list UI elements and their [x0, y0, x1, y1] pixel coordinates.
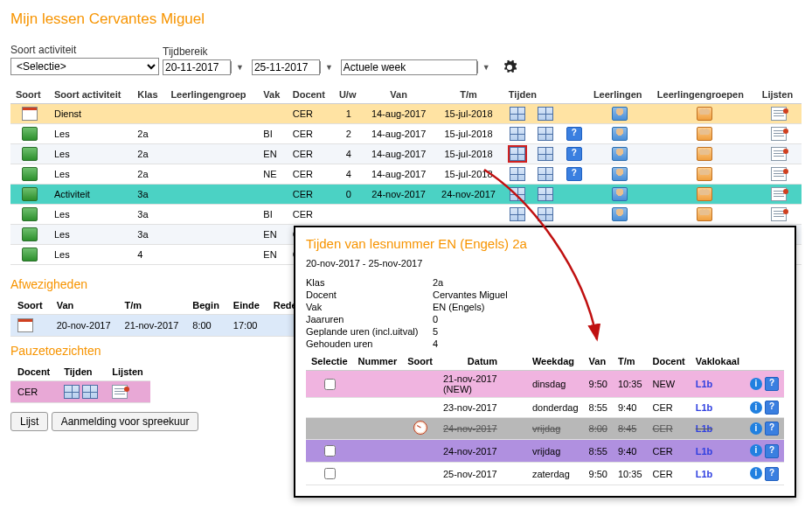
date-to-input[interactable] — [252, 59, 320, 75]
cell-tm: 15-jul-2018 — [434, 124, 503, 144]
list-icon[interactable] — [771, 107, 787, 121]
users-icon[interactable] — [697, 167, 712, 181]
popup-time-row[interactable]: 23-nov-2017donderdag8:559:40CERL1bi ? — [306, 398, 784, 418]
room-link[interactable]: L1b — [696, 423, 713, 434]
help-icon[interactable]: ? — [765, 422, 779, 436]
users-icon[interactable] — [697, 127, 712, 141]
help-icon[interactable]: ? — [566, 147, 582, 161]
help-icon[interactable]: ? — [566, 167, 582, 181]
cell-vak: NE — [258, 164, 287, 185]
cell-vak — [258, 104, 287, 124]
aanmelding-button[interactable]: Aanmelding voor spreekuur — [52, 412, 199, 431]
pt-datum: 24-nov-2017 — [438, 418, 527, 440]
schedule-icon[interactable] — [538, 127, 553, 141]
pt-van: 8:55 — [584, 398, 613, 418]
pt-col-sel: Selectie — [306, 352, 353, 371]
abs-col-begin: Begin — [185, 296, 226, 315]
popup-time-row[interactable]: 21-nov-2017 (NEW)dinsdag9:5010:35NEWL1bi… — [306, 371, 784, 398]
info-icon[interactable]: i — [750, 422, 762, 435]
user-icon[interactable] — [612, 207, 628, 221]
popup-time-row[interactable]: 24-nov-2017vrijdag8:559:40CERL1bi ? — [306, 440, 784, 443]
lesson-row[interactable]: DienstCER114-aug-201715-jul-2018 — [10, 104, 802, 124]
schedule-icon[interactable] — [538, 107, 553, 121]
help-icon[interactable]: ? — [566, 127, 582, 141]
lesson-row[interactable]: Activiteit3aCER024-nov-201724-nov-2017 — [10, 185, 802, 205]
list-icon[interactable] — [771, 187, 787, 201]
info-icon[interactable]: i — [750, 378, 762, 390]
kv-val: EN (Engels) — [433, 302, 484, 312]
help-icon[interactable]: ? — [765, 377, 779, 391]
user-icon[interactable] — [612, 107, 628, 121]
info-icon[interactable]: i — [750, 401, 762, 414]
pz-docent: CER — [10, 381, 57, 403]
activity-filter-select[interactable]: <Selectie> — [10, 58, 159, 75]
gear-icon[interactable] — [502, 59, 517, 75]
kv-key: Jaaruren — [306, 314, 433, 324]
user-icon[interactable] — [612, 147, 628, 161]
schedule-icon[interactable] — [510, 147, 525, 161]
kv-key: Docent — [306, 289, 433, 300]
lesson-row[interactable]: Les2aBICER214-aug-201715-jul-2018? — [10, 124, 802, 144]
cell-tm: 15-jul-2018 — [434, 164, 503, 185]
schedule-icon[interactable] — [82, 385, 98, 399]
pt-tm: 10:35 — [613, 371, 648, 398]
pz-col-lijsten: Lijsten — [105, 363, 149, 381]
chevron-down-icon[interactable]: ▼ — [231, 61, 248, 73]
lijst-button[interactable]: Lijst — [10, 412, 48, 431]
cell-uw: 4 — [334, 164, 364, 185]
pt-datum: 24-nov-2017 — [438, 440, 527, 443]
cell-uw — [334, 205, 364, 225]
user-icon[interactable] — [612, 127, 628, 141]
list-icon[interactable] — [771, 127, 787, 141]
list-icon[interactable] — [771, 147, 787, 161]
popup-time-row[interactable]: 24-nov-2017vrijdag8:008:45CERL1bi ? — [306, 418, 784, 440]
schedule-icon[interactable] — [538, 167, 553, 181]
schedule-icon[interactable] — [510, 207, 525, 221]
cell-van: 14-aug-2017 — [364, 164, 434, 185]
help-icon[interactable]: ? — [765, 401, 779, 415]
pt-tm: 8:45 — [613, 418, 648, 440]
list-icon[interactable] — [771, 167, 787, 181]
schedule-icon[interactable] — [510, 167, 525, 181]
schedule-icon[interactable] — [538, 147, 553, 161]
users-icon[interactable] — [697, 147, 712, 161]
list-icon[interactable] — [771, 207, 787, 221]
cell-klas: 2a — [132, 124, 165, 144]
date-from-input[interactable] — [163, 59, 231, 75]
absence-row[interactable]: 20-nov-2017 21-nov-2017 8:00 17:00 — [10, 315, 309, 337]
pt-week: donderdag — [527, 398, 584, 418]
week-preset-input[interactable] — [341, 59, 477, 75]
schedule-icon[interactable] — [538, 207, 553, 221]
times-popup: Tijden van lesnummer EN (Engels) 2a 20-n… — [294, 226, 796, 442]
chevron-down-icon[interactable]: ▼ — [320, 61, 337, 73]
schedule-icon[interactable] — [510, 107, 525, 121]
user-icon[interactable] — [612, 187, 628, 201]
abs-einde: 17:00 — [226, 315, 267, 337]
pauze-row[interactable]: CER — [10, 381, 150, 403]
users-icon[interactable] — [697, 187, 712, 201]
chevron-down-icon[interactable]: ▼ — [477, 61, 495, 73]
list-icon[interactable] — [112, 385, 128, 399]
room-link[interactable]: L1b — [696, 379, 713, 389]
lesson-row[interactable]: Les3aBICER — [10, 205, 802, 225]
cell-activiteit: Les — [49, 245, 132, 265]
cell-uw: 2 — [334, 124, 364, 144]
room-link[interactable]: L1b — [696, 402, 713, 413]
user-icon[interactable] — [612, 167, 628, 181]
col-vak: Vak — [258, 86, 287, 104]
lesson-row[interactable]: Les2aNECER414-aug-201715-jul-2018? — [10, 164, 802, 185]
lesson-row[interactable]: Les2aENCER414-aug-201715-jul-2018? — [10, 144, 802, 164]
schedule-icon[interactable] — [538, 187, 553, 201]
pt-week: dinsdag — [527, 371, 584, 398]
monitor-icon — [22, 187, 38, 201]
schedule-icon[interactable] — [510, 127, 525, 141]
schedule-icon[interactable] — [510, 187, 525, 201]
kv-val: 5 — [433, 326, 438, 337]
row-checkbox[interactable] — [324, 379, 336, 390]
schedule-icon[interactable] — [64, 385, 80, 399]
users-icon[interactable] — [697, 107, 712, 121]
monitor-icon — [22, 248, 38, 261]
kv-key: Gehouden uren — [306, 338, 433, 349]
users-icon[interactable] — [697, 207, 712, 221]
pt-col-num: Nummer — [353, 352, 403, 371]
